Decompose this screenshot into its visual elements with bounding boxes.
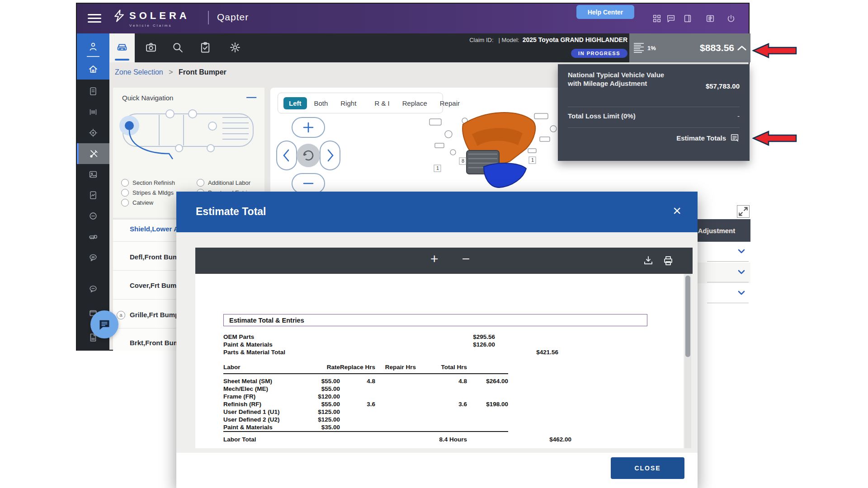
solera-bolt-icon xyxy=(112,9,126,23)
toggle-r-and-i[interactable]: R & I xyxy=(369,97,395,109)
scrollbar-thumb[interactable] xyxy=(685,276,690,357)
document-scrollbar[interactable] xyxy=(684,274,691,448)
sidebar-item-photos[interactable] xyxy=(77,164,109,185)
collapse-icon[interactable]: — xyxy=(246,91,256,103)
radio-circle[interactable] xyxy=(197,179,204,187)
checklist-icon[interactable] xyxy=(199,41,212,54)
download-icon[interactable] xyxy=(643,255,654,266)
solera-logo: SOLERA Vehicle Claims xyxy=(112,9,190,23)
car-icon[interactable] xyxy=(116,41,128,54)
radio-circle[interactable] xyxy=(121,179,129,187)
rotate-right-button[interactable] xyxy=(320,141,340,170)
barcode-icon xyxy=(88,107,98,117)
app-header: SOLERA Vehicle Claims Qapter Help Center xyxy=(77,4,749,33)
rotate-left-button[interactable] xyxy=(277,141,297,170)
parts-summary-table: OEM Parts$295.56 Paint & Materials$126.0… xyxy=(223,333,558,356)
toggle-both[interactable]: Both xyxy=(309,97,334,109)
table-row: Refinish (RF)$55.003.63.6$198.00 xyxy=(223,400,571,408)
home-icon xyxy=(88,64,99,75)
vehicle-value-label: National Typical Vehicle Value with Mile… xyxy=(568,70,674,88)
chat-bubble-icon[interactable] xyxy=(666,14,676,23)
breadcrumb-current: Front Bumper xyxy=(179,68,226,76)
total-loss-limit-value: - xyxy=(737,112,740,120)
radio-additional-labor[interactable]: Additional Labor xyxy=(197,179,250,187)
sidebar-item-exclusions[interactable] xyxy=(77,206,109,226)
minus-circle-icon xyxy=(88,211,98,221)
radio-circle[interactable] xyxy=(121,199,129,206)
estimate-totals-link[interactable]: Estimate Totals xyxy=(676,133,740,143)
chat-icon xyxy=(88,284,98,294)
chevron-down-icon[interactable] xyxy=(738,249,745,253)
news-icon[interactable] xyxy=(705,14,715,23)
part-label: Brkt,Front Bum xyxy=(130,339,179,347)
print-icon[interactable] xyxy=(663,255,674,266)
radio-section-refinish[interactable]: Section Refinish xyxy=(121,179,175,187)
brand-name: SOLERA xyxy=(129,10,190,22)
page: SOLERA Vehicle Claims Qapter Help Center xyxy=(0,0,868,488)
radio-stripes-mldgs[interactable]: Stripes & Mldgs xyxy=(121,189,174,197)
part-label: Grille,Frt Bump xyxy=(130,311,179,319)
chevron-up-icon[interactable] xyxy=(737,45,747,52)
total-loss-limit-label: Total Loss Limit (0%) xyxy=(568,112,636,120)
help-center-button[interactable]: Help Center xyxy=(576,5,634,19)
zoom-controls[interactable]: + − xyxy=(430,251,480,267)
part-label: Defl,Front Bum xyxy=(130,253,179,261)
table-row: User Defined 2 (U2)$125.00 xyxy=(223,416,571,423)
radio-label: Additional Labor xyxy=(208,179,250,186)
vehicle-icon xyxy=(88,232,98,242)
car-topview-diagram[interactable] xyxy=(116,107,261,175)
speech-icon xyxy=(88,253,98,263)
bumper-3d-view[interactable]: 1 8 1 xyxy=(421,107,566,203)
gear-icon[interactable] xyxy=(229,41,241,54)
close-icon[interactable]: × xyxy=(673,202,681,219)
sidebar-item-home[interactable] xyxy=(77,59,109,80)
radio-label: Catview xyxy=(132,199,153,206)
estimate-total-value: $883.56 xyxy=(700,42,734,53)
bumper-shield-blue[interactable] xyxy=(484,163,526,188)
modal-body: + − Estimate Total & Entries OEM Parts$2… xyxy=(176,232,698,453)
search-icon[interactable] xyxy=(171,41,184,54)
quick-navigation-title: Quick Navigation xyxy=(122,94,173,102)
gauge-icon xyxy=(634,42,645,54)
document-icon xyxy=(88,86,98,96)
vehicle-value-amount: $57,783.00 xyxy=(706,82,740,90)
book-icon[interactable] xyxy=(683,14,693,23)
sidebar-item-report[interactable] xyxy=(77,185,109,206)
sidebar-item-estimate[interactable] xyxy=(77,102,109,122)
product-name: Qapter xyxy=(217,12,249,23)
radio-catview[interactable]: Catview xyxy=(121,199,153,206)
claim-info: Claim ID: | Model: 2025 Toyota GRAND HIG… xyxy=(438,36,627,43)
close-button[interactable]: CLOSE xyxy=(611,457,684,479)
chat-fab-button[interactable] xyxy=(90,310,118,338)
apps-grid-icon[interactable] xyxy=(652,14,662,23)
sidebar-item-documents[interactable] xyxy=(77,81,109,102)
tools-icon xyxy=(89,149,99,159)
sidebar-item-vehicle[interactable] xyxy=(77,226,109,247)
view-control-pad[interactable] xyxy=(275,116,342,196)
camera-icon[interactable] xyxy=(145,41,157,54)
toggle-left[interactable]: Left xyxy=(283,97,307,109)
sidebar-item-comments[interactable] xyxy=(77,278,109,299)
chevron-down-icon[interactable] xyxy=(738,270,745,274)
radio-circle[interactable] xyxy=(121,189,129,197)
power-icon[interactable] xyxy=(726,14,736,23)
expand-icon[interactable] xyxy=(737,205,750,218)
selected-zone-dot[interactable] xyxy=(125,121,134,130)
part-label: Shield,Lower A xyxy=(130,225,179,233)
radio-label: Stripes & Mldgs xyxy=(132,189,174,196)
breadcrumb-parent[interactable]: Zone Selection xyxy=(115,68,163,76)
sidebar-item-notes[interactable] xyxy=(77,247,109,268)
hamburger-menu-icon[interactable] xyxy=(88,12,101,23)
modal-header: Estimate Total × xyxy=(176,192,698,232)
sidebar-item-zones[interactable] xyxy=(77,122,109,143)
tab-active-underline xyxy=(115,59,129,61)
modal-footer: CLOSE xyxy=(176,453,698,488)
sidebar-item-profile[interactable] xyxy=(77,36,109,57)
image-icon xyxy=(88,169,98,179)
svg-text:8: 8 xyxy=(462,158,464,164)
sidebar-item-labor-active[interactable] xyxy=(77,143,109,164)
toggle-right[interactable]: Right xyxy=(335,97,362,109)
chevron-down-icon[interactable] xyxy=(738,291,745,295)
estimate-total-bar[interactable]: 1% $883.56 xyxy=(629,33,750,62)
rotate-reset-button[interactable] xyxy=(297,144,320,167)
